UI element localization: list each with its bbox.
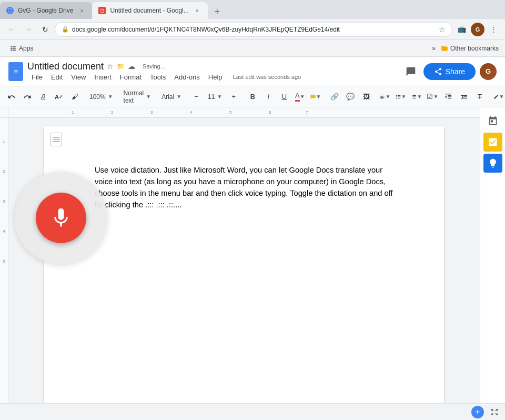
svg-text:3: 3	[150, 110, 153, 115]
tab-1-close[interactable]: ×	[77, 6, 86, 15]
star-icon[interactable]: ☆	[439, 25, 446, 34]
vruler-4: 4	[3, 229, 5, 234]
menu-format[interactable]: Format	[116, 72, 146, 82]
tasks-panel-icon[interactable]	[483, 133, 502, 152]
url-bar[interactable]: 🔒 docs.google.com/document/d/1FQKTNC4T8N…	[55, 22, 452, 37]
bold-button[interactable]: B	[245, 89, 260, 104]
bookmarks-more[interactable]: »	[429, 43, 439, 54]
refresh-button[interactable]: ↻	[38, 22, 53, 37]
user-avatar[interactable]: G	[480, 63, 497, 80]
doc-text-content: Use voice dictation. Just like Microsoft…	[95, 166, 393, 209]
menu-help[interactable]: Help	[204, 72, 227, 82]
new-tab-button[interactable]: +	[210, 4, 225, 19]
bookmarks-bar: Apps » Other bookmarks	[0, 40, 505, 57]
highlight-button[interactable]: ▼	[308, 89, 323, 104]
svg-text:1: 1	[72, 110, 74, 115]
font-size-dropdown[interactable]: 11 ▼	[205, 89, 225, 104]
tab-1-favicon	[6, 7, 14, 14]
menu-addons[interactable]: Add-ons	[170, 72, 204, 82]
indent-decrease-button[interactable]	[441, 89, 456, 104]
folder-move-icon[interactable]: 📁	[117, 63, 125, 70]
address-bar: ← → ↻ 🔒 docs.google.com/document/d/1FQKT…	[0, 19, 505, 40]
calendar-panel-icon[interactable]	[483, 112, 502, 131]
font-size-decrease[interactable]: −	[189, 89, 204, 104]
spellcheck-button[interactable]: A✓	[52, 89, 66, 104]
share-label: Share	[446, 67, 465, 76]
docs-logo	[8, 62, 23, 81]
menu-tools[interactable]: Tools	[146, 72, 170, 82]
align-button[interactable]: ▼	[378, 89, 392, 104]
microphone-button[interactable]	[36, 193, 86, 243]
settings-icon[interactable]: ⋮	[486, 22, 501, 37]
ruler-svg: 1 2 3 4 5 6 7	[8, 107, 480, 118]
menu-edit[interactable]: Edit	[47, 72, 67, 82]
tab-2[interactable]: Untitled document - Googl... ×	[92, 2, 207, 19]
mic-icon	[49, 206, 73, 229]
font-style-chevron: ▼	[146, 94, 151, 99]
docs-title[interactable]: Untitled document	[27, 61, 104, 72]
comment-button[interactable]	[402, 63, 419, 80]
bottom-bar: +	[0, 403, 505, 420]
docs-menu-row: File Edit View Insert Format Tools Add-o…	[27, 72, 398, 82]
checklist-button[interactable]: ☑▼	[425, 89, 440, 104]
header-right: Share G	[402, 63, 497, 80]
image-button[interactable]: 🖼	[359, 89, 373, 104]
line-spacing-button[interactable]: ▼	[393, 89, 408, 104]
redo-button[interactable]	[20, 89, 35, 104]
keep-panel-icon[interactable]	[483, 154, 502, 173]
zoom-dropdown[interactable]: 100% ▼	[86, 89, 116, 104]
docs-header: Untitled document ☆ 📁 ☁ Saving... File E…	[0, 57, 505, 86]
vruler-3: 3	[3, 199, 5, 204]
font-name-dropdown[interactable]: Arial ▼	[158, 89, 185, 104]
other-bookmarks-folder[interactable]: Other bookmarks	[441, 45, 499, 52]
menu-file[interactable]: File	[27, 72, 47, 82]
font-style-dropdown[interactable]: Normal text ▼	[120, 89, 155, 104]
tab-1[interactable]: GvG - Google Drive ×	[0, 2, 92, 19]
font-size-increase[interactable]: +	[226, 89, 241, 104]
tab-2-favicon	[98, 7, 106, 14]
tab-1-title: GvG - Google Drive	[18, 7, 73, 14]
undo-button[interactable]	[4, 89, 19, 104]
zoom-in-button[interactable]: +	[471, 406, 484, 418]
clear-formatting-button[interactable]: T̶	[472, 89, 487, 104]
back-button[interactable]: ←	[4, 22, 19, 37]
svg-text:7: 7	[306, 110, 308, 115]
tab-2-close[interactable]: ×	[193, 6, 201, 15]
svg-text:4: 4	[190, 110, 193, 115]
scroll-area[interactable]: Use voice dictation. Just like Microsoft…	[8, 118, 480, 403]
link-button[interactable]: 🔗	[327, 89, 342, 104]
star-doc-icon[interactable]: ☆	[107, 62, 114, 71]
text-color-button[interactable]: A ▼	[292, 89, 307, 104]
apps-icon	[9, 45, 17, 52]
menu-view[interactable]: View	[67, 72, 90, 82]
voice-circle	[15, 172, 107, 264]
menu-insert[interactable]: Insert	[90, 72, 116, 82]
page-line-2	[53, 139, 60, 140]
forward-button[interactable]: →	[21, 22, 36, 37]
doc-content[interactable]: Use voice dictation. Just like Microsoft…	[95, 164, 393, 211]
share-button[interactable]: Share	[423, 63, 476, 80]
print-button[interactable]: 🖨	[36, 89, 50, 104]
horizontal-ruler: 1 2 3 4 5 6 7	[8, 107, 480, 118]
expand-icon[interactable]	[488, 406, 501, 418]
left-margin: 1 2 3 4 5	[0, 107, 8, 403]
svg-text:6: 6	[269, 110, 271, 115]
vertical-ruler: 1 2 3 4 5	[0, 118, 8, 403]
cast-icon[interactable]: 📺	[454, 22, 469, 37]
indent-increase-button[interactable]	[457, 89, 471, 104]
bookmarks-right: » Other bookmarks	[429, 43, 499, 54]
page-line-3	[53, 141, 60, 142]
vruler-1: 1	[3, 139, 5, 144]
comment-insert-button[interactable]: 💬	[343, 89, 358, 104]
list-button[interactable]: ▼	[409, 89, 424, 104]
italic-button[interactable]: I	[261, 89, 276, 104]
text-color-chevron[interactable]: ▼	[300, 94, 305, 99]
profile-icon[interactable]: G	[470, 22, 485, 37]
paint-format-button[interactable]: 🖌	[67, 89, 82, 104]
underline-button[interactable]: U	[277, 89, 291, 104]
editing-mode-button[interactable]: ▼	[491, 89, 505, 104]
saving-status: Saving...	[143, 63, 165, 69]
zoom-value: 100%	[89, 93, 106, 101]
tab-2-title: Untitled document - Googl...	[110, 7, 188, 14]
apps-button[interactable]: Apps	[6, 43, 36, 54]
